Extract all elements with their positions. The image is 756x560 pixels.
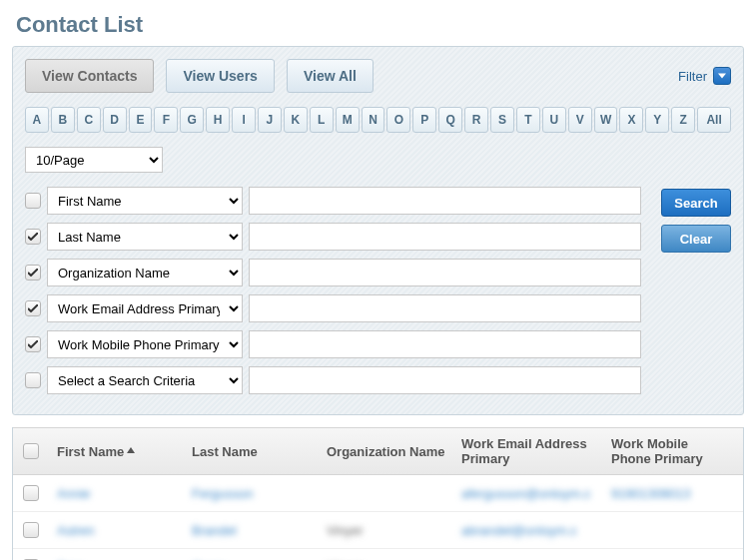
alpha-k[interactable]: K	[284, 107, 308, 133]
criteria-checkbox[interactable]	[25, 372, 41, 388]
column-last-name[interactable]: Last Name	[192, 444, 327, 459]
criteria-input[interactable]	[249, 330, 641, 358]
table-row: BreaOwenVinyer	[13, 549, 743, 560]
alpha-j[interactable]: J	[258, 107, 282, 133]
column-phone[interactable]: Work Mobile Phone Primary	[611, 436, 733, 466]
alpha-y[interactable]: Y	[645, 107, 669, 133]
search-row: Work Mobile Phone Primary	[25, 330, 641, 358]
column-organization[interactable]: Organization Name	[327, 444, 461, 459]
criteria-checkbox[interactable]	[25, 300, 41, 316]
results-table: First Name Last Name Organization Name W…	[12, 427, 744, 560]
criteria-select[interactable]: First Name	[47, 187, 243, 215]
alpha-o[interactable]: O	[386, 107, 410, 133]
search-button[interactable]: Search	[661, 189, 731, 217]
criteria-select[interactable]: Last Name	[47, 223, 243, 251]
criteria-checkbox[interactable]	[25, 193, 41, 209]
tab-view-contacts[interactable]: View Contacts	[25, 59, 154, 93]
page-size-select[interactable]: 10/Page	[25, 147, 163, 173]
criteria-select[interactable]: Work Email Address Primary	[47, 294, 243, 322]
cell-email[interactable]: abrandel@onloym.c	[461, 523, 577, 538]
column-first-name[interactable]: First Name	[57, 444, 192, 459]
alpha-h[interactable]: H	[206, 107, 230, 133]
search-row: First Name	[25, 187, 641, 215]
table-header: First Name Last Name Organization Name W…	[13, 427, 743, 475]
alpha-c[interactable]: C	[77, 107, 101, 133]
criteria-input[interactable]	[249, 294, 641, 322]
cell-email[interactable]: afergusson@onloym.c	[461, 486, 591, 501]
alpha-u[interactable]: U	[542, 107, 566, 133]
criteria-input[interactable]	[249, 223, 641, 251]
criteria-checkbox[interactable]	[25, 336, 41, 352]
alpha-n[interactable]: N	[362, 107, 385, 133]
cell-phone[interactable]: 91901309013	[611, 486, 691, 501]
table-row: AnnieFergussonafergusson@onloym.c9190130…	[13, 475, 743, 512]
alpha-row: ABCDEFGHIJKLMNOPQRSTUVWXYZAll	[25, 107, 731, 133]
alpha-s[interactable]: S	[490, 107, 514, 133]
criteria-select[interactable]: Select a Search Criteria	[47, 366, 243, 394]
cell-first-name[interactable]: Annie	[57, 486, 90, 501]
search-criteria: First NameLast NameOrganization NameWork…	[25, 187, 731, 402]
row-checkbox[interactable]	[23, 485, 39, 501]
cell-last-name[interactable]: Brandel	[192, 523, 237, 538]
alpha-b[interactable]: B	[51, 107, 75, 133]
alpha-r[interactable]: R	[464, 107, 488, 133]
alpha-l[interactable]: L	[310, 107, 334, 133]
alpha-q[interactable]: Q	[438, 107, 462, 133]
tab-view-users[interactable]: View Users	[166, 59, 274, 93]
tab-row: View ContactsView UsersView All Filter	[25, 59, 731, 93]
filter-label[interactable]: Filter	[678, 69, 707, 84]
criteria-input[interactable]	[249, 366, 641, 394]
alpha-z[interactable]: Z	[671, 107, 695, 133]
alpha-w[interactable]: W	[594, 107, 618, 133]
alpha-v[interactable]: V	[568, 107, 592, 133]
cell-org: Vinyer	[327, 523, 364, 538]
table-row: AstrenBrandelVinyerabrandel@onloym.c	[13, 512, 743, 549]
search-row: Last Name	[25, 223, 641, 251]
criteria-select[interactable]: Work Mobile Phone Primary	[47, 330, 243, 358]
select-all-checkbox[interactable]	[23, 443, 39, 459]
alpha-i[interactable]: I	[232, 107, 256, 133]
criteria-select[interactable]: Organization Name	[47, 259, 243, 286]
tab-view-all[interactable]: View All	[287, 59, 374, 93]
cell-first-name[interactable]: Astren	[57, 523, 95, 538]
alpha-e[interactable]: E	[129, 107, 153, 133]
alpha-a[interactable]: A	[25, 107, 49, 133]
alpha-p[interactable]: P	[412, 107, 436, 133]
search-row: Organization Name	[25, 259, 641, 286]
filter-toggle-icon[interactable]	[713, 67, 731, 85]
alpha-all[interactable]: All	[697, 107, 731, 133]
search-row: Select a Search Criteria	[25, 366, 641, 394]
cell-last-name[interactable]: Fergusson	[192, 486, 253, 501]
alpha-g[interactable]: G	[180, 107, 204, 133]
row-checkbox[interactable]	[23, 522, 39, 538]
alpha-m[interactable]: M	[336, 107, 360, 133]
criteria-input[interactable]	[249, 259, 641, 286]
alpha-d[interactable]: D	[103, 107, 127, 133]
alpha-x[interactable]: X	[619, 107, 643, 133]
alpha-t[interactable]: T	[516, 107, 540, 133]
filter-panel: View ContactsView UsersView All Filter A…	[12, 46, 744, 415]
column-email[interactable]: Work Email Address Primary	[461, 436, 611, 466]
criteria-checkbox[interactable]	[25, 265, 41, 280]
criteria-input[interactable]	[249, 187, 641, 215]
criteria-checkbox[interactable]	[25, 229, 41, 245]
alpha-f[interactable]: F	[154, 107, 178, 133]
page-title: Contact List	[0, 0, 756, 46]
sort-asc-icon	[127, 447, 135, 455]
clear-button[interactable]: Clear	[661, 225, 731, 253]
search-row: Work Email Address Primary	[25, 294, 641, 322]
